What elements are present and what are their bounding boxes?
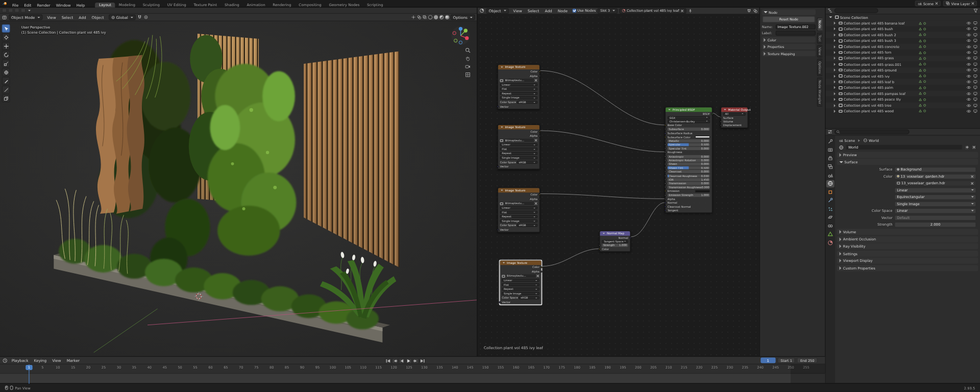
tab-render[interactable] (826, 146, 835, 154)
xray-icon[interactable] (423, 15, 427, 19)
disable-render-icon[interactable] (973, 21, 978, 25)
output-input-row[interactable]: Volume (721, 119, 747, 124)
projection-dropdown[interactable]: Flat (502, 283, 539, 286)
topbar-menu-item[interactable]: Edit (21, 3, 34, 8)
bsdf-input-row[interactable]: Emission Strength1.000 (666, 193, 712, 197)
strength-slider[interactable]: 2.000 (894, 222, 976, 227)
unlink-view-layer-icon[interactable] (971, 2, 974, 5)
input-socket[interactable] (665, 210, 667, 212)
alpha-socket[interactable] (538, 198, 541, 200)
tab-constraints[interactable] (826, 222, 835, 230)
collapse-icon[interactable] (668, 109, 670, 110)
editor-type-icon[interactable] (479, 8, 484, 13)
space-dropdown[interactable]: Tangent Space (602, 240, 628, 243)
alpha-socket[interactable] (538, 75, 541, 77)
material-slot-dropdown[interactable]: Slot 3 (598, 8, 618, 13)
color-socket[interactable] (538, 70, 541, 72)
active-tool-icon[interactable] (2, 8, 7, 13)
disable-render-icon[interactable] (973, 68, 978, 72)
vector-socket[interactable] (497, 165, 499, 167)
node-name-field[interactable]: Image Texture.002 (776, 24, 816, 30)
tool-option-icon[interactable] (8, 8, 13, 13)
hide-viewport-eye-icon[interactable] (966, 68, 971, 72)
node-header[interactable]: Principled BSDF (666, 108, 712, 112)
editor-type-icon[interactable] (3, 358, 8, 363)
shader-menu-item[interactable]: View (510, 9, 525, 13)
input-socket[interactable] (665, 144, 667, 146)
output-alpha[interactable]: Alpha (498, 197, 540, 202)
color-texture-button[interactable]: 13_vosselaar_garden.hdr (894, 174, 976, 179)
sidebar-tab[interactable]: View (817, 45, 822, 58)
surface-shader-button[interactable]: Background (894, 166, 976, 172)
overlays-icon[interactable] (753, 9, 758, 13)
unlink-scene-icon[interactable] (935, 2, 938, 5)
play-button[interactable] (406, 358, 412, 363)
color-socket[interactable] (538, 131, 541, 133)
zoom-icon[interactable] (465, 47, 471, 53)
bsdf-input-row[interactable]: Specular0.500 (666, 143, 712, 147)
principled-bsdf-node[interactable]: Principled BSDF BSDF GGX Christensen-Bur… (665, 107, 713, 213)
vector-input[interactable]: Vector (498, 104, 540, 109)
color-swatch[interactable] (695, 136, 710, 138)
bsdf-input-row[interactable]: Anisotropic Rotation0.000 (666, 158, 712, 162)
workspace-tab[interactable]: Animation (243, 2, 269, 7)
shader-type-dropdown[interactable]: Object (486, 8, 509, 13)
navigation-gizmo[interactable] (450, 25, 472, 49)
extension-dropdown[interactable]: Repeat (502, 287, 539, 290)
hide-viewport-eye-icon[interactable] (966, 97, 971, 101)
tab-output[interactable] (826, 154, 835, 162)
collapse-icon[interactable] (501, 127, 503, 128)
disable-render-icon[interactable] (973, 57, 978, 60)
tab-object-data[interactable] (826, 230, 835, 238)
shading-material-icon[interactable] (439, 15, 444, 19)
viewport-scene-canvas[interactable] (0, 21, 477, 356)
color-space-dropdown[interactable]: sRGB (517, 101, 537, 104)
workspace-tab[interactable]: Texture Paint (190, 2, 221, 7)
tool-move[interactable] (2, 42, 10, 50)
hide-viewport-eye-icon[interactable] (966, 27, 971, 31)
interpolation-dropdown[interactable]: Linear (500, 83, 537, 86)
viewport-menu-item[interactable]: Add (76, 15, 89, 19)
node-header[interactable]: Image Texture (500, 261, 542, 265)
timeline-track-area[interactable] (0, 373, 825, 384)
proportional-edit-icon[interactable] (143, 15, 148, 19)
properties-section-header[interactable]: Ray Visibility (837, 243, 978, 249)
color-space-dropdown[interactable]: sRGB (519, 296, 540, 299)
reset-node-button[interactable]: Reset Node (763, 16, 815, 22)
input-socket[interactable] (720, 125, 722, 127)
expand-icon[interactable] (834, 57, 836, 60)
color-socket[interactable] (538, 194, 541, 196)
input-socket[interactable] (665, 155, 667, 157)
bsdf-input-row[interactable]: Alpha (666, 197, 712, 201)
properties-section-header[interactable]: Settings (837, 250, 978, 256)
disable-render-icon[interactable] (973, 80, 978, 84)
output-color[interactable]: Color (498, 69, 540, 74)
snap-magnet-icon[interactable] (137, 15, 142, 19)
image-texture-node[interactable]: Image Texture Color Alpha Bitmaptextu...… (498, 64, 540, 109)
tool-add-cube[interactable] (2, 94, 10, 103)
pin-icon[interactable] (688, 9, 693, 13)
disable-render-icon[interactable] (973, 39, 978, 42)
expand-icon[interactable] (834, 68, 836, 71)
search-input[interactable] (835, 129, 910, 134)
alpha-socket[interactable] (538, 135, 541, 137)
collapse-icon[interactable] (603, 233, 605, 234)
bsdf-input-row[interactable]: Subsurface0.000 (666, 127, 712, 131)
timeline-menu-item[interactable]: View (50, 358, 64, 363)
color-space-dropdown[interactable]: Linear (894, 208, 976, 213)
input-socket[interactable] (720, 117, 722, 119)
bsdf-input-row[interactable]: Clearcoat0.000 (666, 170, 712, 174)
view-layer-selector[interactable]: View Layer (943, 1, 977, 6)
node-canvas[interactable]: Image Texture Color Alpha Bitmaptextu...… (478, 14, 760, 356)
start-frame-field[interactable]: Start1 (777, 357, 795, 363)
color-space-dropdown[interactable]: sRGB (517, 224, 537, 227)
pan-hand-icon[interactable] (465, 56, 471, 61)
shader-menu-item[interactable]: Node (555, 9, 570, 13)
collapse-icon[interactable] (829, 16, 832, 18)
tab-world[interactable] (826, 180, 835, 187)
tab-view-layer[interactable] (826, 163, 835, 170)
timeline-ruler[interactable]: 5101520253035404550556065707580859095100… (0, 364, 825, 384)
timeline-menu-item[interactable]: Marker (64, 358, 82, 363)
collapse-icon[interactable] (503, 262, 505, 263)
collection-row[interactable]: Collection plant vol 485 grass.001 (826, 61, 980, 67)
